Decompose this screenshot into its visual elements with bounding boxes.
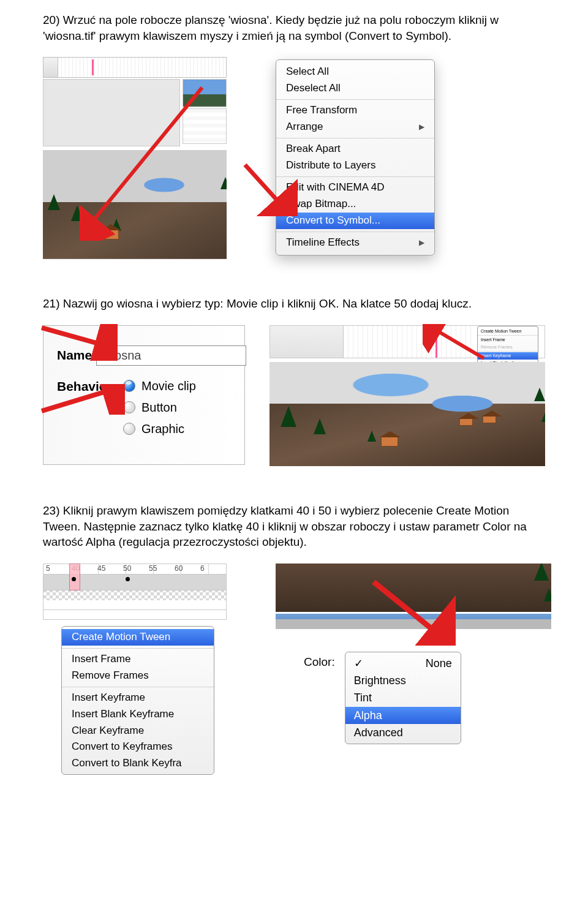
scene-preview-2 [270,362,545,466]
radio-graphic[interactable]: Graphic [123,421,235,437]
ctx3-insert-frame[interactable]: Insert Frame [62,651,214,668]
ctx1-deselect-all[interactable]: Deselect All [276,80,434,97]
dlg-name-input[interactable] [96,345,246,366]
color-alpha[interactable]: Alpha [345,707,461,724]
chevron-right-icon: ▶ [419,238,424,247]
dlg-behavior-label: Behavior: [57,378,123,395]
ctx1-swap-bitmap[interactable]: Swap Bitmap... [276,196,434,213]
ctx1-timeline-effects[interactable]: Timeline Effects▶ [276,235,434,251]
dlg-name-label: Name: [57,347,96,364]
figure-row-3: 5 40 45 50 55 60 6 Create Motion Tween I… [43,564,545,775]
color-property-snippet: Color: ✓None Brightness Tint Alpha Advan… [304,652,551,744]
ctx1-convert-symbol[interactable]: Convert to Symbol... [276,213,434,229]
ctx1-free-transform[interactable]: Free Transform [276,102,434,119]
ctx3-insert-keyframe[interactable]: Insert Keyframe [62,690,214,706]
chevron-right-icon: ▶ [419,122,424,132]
context-menu-3: Create Motion Tween Insert Frame Remove … [61,626,214,775]
symbol-dialog: Name: Behavior: Movie clip Button Graphi… [43,325,245,465]
color-none[interactable]: ✓None [345,655,461,672]
fig2-right: Create Motion Tween Insert Frame Remove … [270,325,545,466]
track3 [43,575,227,590]
step20-text: 20) Wrzuć na pole robocze planszę 'wiosn… [43,12,545,43]
ctx3-clear-keyframe[interactable]: Clear Keyframe [62,723,214,739]
fig3-right: Color: ✓None Brightness Tint Alpha Advan… [276,564,551,744]
mini-top-bar [43,57,227,78]
ctx1-select-all[interactable]: Select All [276,64,434,80]
ctx3-insert-blank[interactable]: Insert Blank Keyframe [62,706,214,723]
radio-movie-clip[interactable]: Movie clip [123,378,235,394]
step21-text: 21) Nazwij go wiosna i wybierz typ: Movi… [43,296,545,312]
step23-text: 23) Kliknij prawym klawiszem pomiędzy kl… [43,503,545,550]
radio-button[interactable]: Button [123,399,235,416]
ctx3-conv-blank[interactable]: Convert to Blank Keyfra [62,755,214,772]
scene-preview-3 [276,564,551,631]
fig2-left: Name: Behavior: Movie clip Button Graphi… [43,325,245,465]
mini-timeline: Create Motion Tween Insert Frame Remove … [270,325,545,358]
ctx1-edit-c4d[interactable]: Edit with CINEMA 4D [276,179,434,196]
figure-row-1: Select All Deselect All Free Transform A… [43,57,545,259]
ctx3-remove-frames[interactable]: Remove Frames [62,668,214,684]
color-tint[interactable]: Tint [345,689,461,706]
fig3-left: 5 40 45 50 55 60 6 Create Motion Tween I… [43,564,227,775]
ctx3-create-tween[interactable]: Create Motion Tween [62,629,214,646]
fig1-right: Select All Deselect All Free Transform A… [251,57,459,255]
figure-row-2: Name: Behavior: Movie clip Button Graphi… [43,325,545,466]
color-dropdown-menu: ✓None Brightness Tint Alpha Advanced [345,652,461,744]
color-advanced[interactable]: Advanced [345,724,461,741]
color-brightness[interactable]: Brightness [345,672,461,689]
ctx3-conv-keyframes[interactable]: Convert to Keyframes [62,739,214,755]
ctx1-arrange[interactable]: Arrange▶ [276,119,434,135]
ctx1-distribute[interactable]: Distribute to Layers [276,157,434,174]
ctx1-break-apart[interactable]: Break Apart [276,141,434,157]
color-label: Color: [304,654,335,670]
scene-preview-1 [43,150,227,259]
fig1-left [43,57,227,259]
context-menu-1: Select All Deselect All Free Transform A… [276,59,435,255]
